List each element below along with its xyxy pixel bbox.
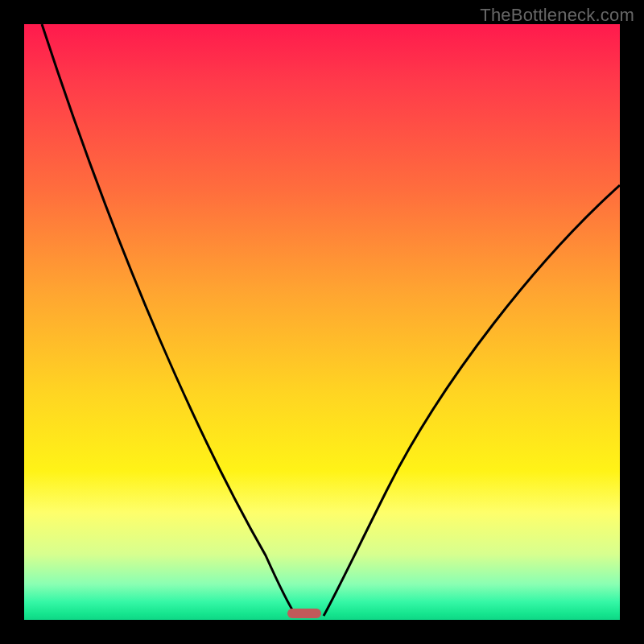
chart-frame: TheBottleneck.com	[0, 0, 644, 644]
bottleneck-curve-right	[324, 185, 620, 616]
curves-layer	[24, 24, 620, 620]
bottleneck-curve-left	[42, 24, 296, 616]
optimal-marker	[287, 609, 321, 618]
watermark-text: TheBottleneck.com	[480, 5, 634, 26]
plot-area	[24, 24, 620, 620]
